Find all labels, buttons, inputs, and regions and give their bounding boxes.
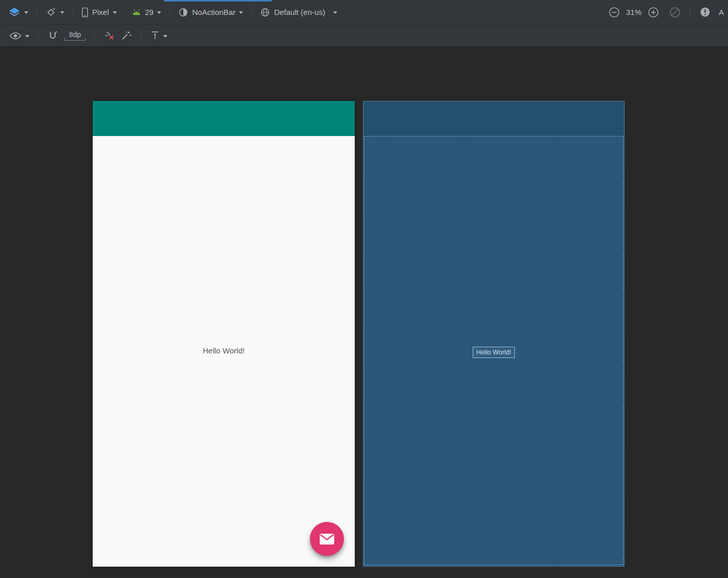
locale-label: Default (en-us) (274, 8, 325, 16)
email-icon (319, 533, 335, 545)
toolbar-separator (169, 6, 170, 19)
chevron-down-icon (25, 35, 29, 38)
toolbar-separator (251, 6, 252, 19)
design-preview[interactable]: Hello World! (93, 101, 355, 567)
clear-constraints-icon (103, 30, 115, 41)
minus-circle-icon (609, 7, 620, 18)
chevron-down-icon (24, 11, 28, 14)
blueprint-hello-world-text[interactable]: Hello World! (473, 347, 515, 358)
infer-constraints-button[interactable] (118, 28, 135, 43)
layers-icon (8, 7, 21, 18)
zoom-controls: 31% A (608, 6, 725, 19)
active-tab-indicator (164, 0, 272, 2)
device-label: Pixel (92, 8, 109, 16)
zoom-level-label: 31% (626, 8, 642, 16)
zoom-out-button[interactable] (608, 6, 621, 19)
api-level-selector[interactable]: 29 (128, 6, 165, 19)
chevron-down-icon (113, 11, 117, 14)
view-options-button[interactable] (6, 30, 32, 42)
distribute-vertical-icon (150, 30, 160, 41)
design-toolbar: Pixel 29 NoActionBar Default (en-us) (0, 0, 728, 25)
chevron-down-icon (60, 11, 64, 14)
zoom-reset-button[interactable] (668, 6, 682, 19)
toolbar-separator (690, 6, 690, 19)
api-level-label: 29 (145, 8, 154, 16)
pack-selector[interactable] (147, 28, 170, 43)
eye-icon (9, 32, 22, 40)
design-surface-selector[interactable] (5, 5, 31, 20)
chevron-down-icon (239, 11, 243, 14)
zoom-in-button[interactable] (647, 6, 660, 19)
toolbar-separator (141, 30, 142, 41)
orientation-icon (45, 7, 57, 18)
orientation-selector[interactable] (42, 5, 67, 20)
error-circle-icon (700, 7, 710, 18)
magnet-icon (47, 30, 58, 41)
crossed-circle-icon (669, 7, 681, 18)
toolbar-separator (38, 30, 39, 41)
theme-selector[interactable]: NoActionBar (175, 5, 246, 20)
default-margin-selector[interactable]: 8dp (64, 30, 85, 41)
plus-circle-icon (648, 7, 659, 18)
constraint-toolbar: 8dp (0, 25, 728, 47)
locale-selector[interactable]: Default (en-us) (257, 5, 340, 20)
toolbar-separator (37, 6, 37, 19)
fab-button[interactable] (310, 522, 344, 556)
device-selector[interactable]: Pixel (78, 5, 120, 20)
right-edge-partial-text: A (719, 8, 724, 16)
clear-constraints-button[interactable] (100, 28, 118, 43)
design-canvas[interactable]: Hello World! Hello World! (0, 47, 728, 578)
toolbar-separator (73, 6, 73, 19)
issues-panel-button[interactable] (699, 6, 712, 19)
android-icon (131, 9, 142, 15)
android-studio-layout-editor: Pixel 29 NoActionBar Default (en-us) (0, 0, 728, 578)
phone-icon (81, 7, 89, 18)
magic-wand-icon (121, 30, 132, 41)
theme-contrast-icon (178, 7, 188, 18)
blueprint-preview[interactable]: Hello World! (363, 101, 625, 567)
chevron-down-icon (163, 35, 167, 38)
toolbar-separator (94, 30, 95, 41)
app-bar[interactable] (93, 101, 355, 136)
globe-icon (260, 7, 270, 18)
theme-label: NoActionBar (192, 8, 235, 16)
hello-world-text[interactable]: Hello World! (93, 346, 355, 355)
autoconnect-toggle[interactable] (44, 28, 61, 43)
chevron-down-icon (157, 11, 161, 14)
chevron-down-icon (333, 11, 337, 14)
